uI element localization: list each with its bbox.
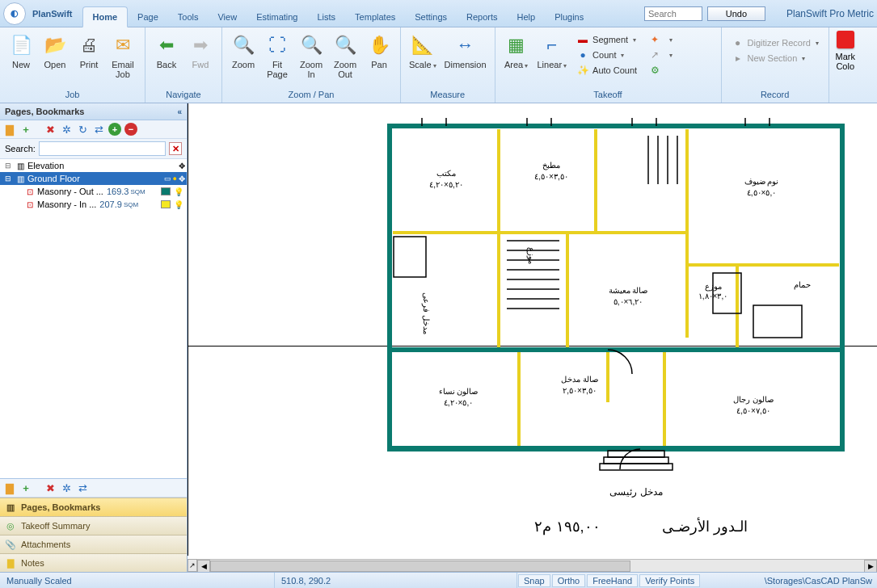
svg-text:موزع: موزع (705, 282, 722, 292)
svg-text:٥,٠×٤,٢٠: ٥,٠×٤,٢٠ (444, 398, 473, 407)
color-swatch[interactable] (161, 187, 171, 195)
single-click-button[interactable]: ✦▾ (647, 32, 674, 47)
notes-icon: ▇ (5, 557, 16, 569)
color-swatch[interactable] (161, 200, 171, 208)
tree-item-masonry-in[interactable]: ⊡ Masonry - In ... 207.9SQM 💡 (0, 198, 187, 211)
count-button[interactable]: ●Count▾ (575, 48, 639, 62)
status-scale: Manually Scaled (0, 573, 275, 588)
tab-plugins[interactable]: Plugins (545, 7, 593, 27)
expand-icon[interactable]: ⊟ (3, 174, 13, 183)
new-button[interactable]: 📄New (5, 31, 37, 71)
accordion-pages[interactable]: ▥Pages, Bookmarks (0, 498, 187, 516)
tab-tools[interactable]: Tools (168, 7, 209, 27)
scroll-left-icon[interactable]: ◀ (197, 560, 210, 573)
fit-page-button[interactable]: ⛶Fit Page (261, 31, 293, 81)
pan-button[interactable]: ✋Pan (363, 31, 395, 71)
horizontal-scrollbar[interactable]: ◀ ▶ (197, 559, 877, 572)
collapse-icon[interactable]: « (177, 107, 182, 116)
tab-reports[interactable]: Reports (457, 7, 508, 27)
back-button[interactable]: ⬅Back (150, 31, 183, 71)
tab-settings[interactable]: Settings (405, 7, 457, 27)
segment-button[interactable]: ▬Segment▾ (575, 32, 639, 47)
dimension-button[interactable]: ↔Dimension (441, 31, 490, 71)
new-icon: 📄 (8, 32, 34, 58)
crosshair-v (188, 103, 188, 556)
sidebar-header: Pages, Bookmarks « (0, 103, 187, 120)
folder-icon[interactable]: ▇ (3, 481, 16, 494)
page-tree[interactable]: ⊟ ▥ Elevation ✥ ⊟ ▥ Ground Floor ▭ ● ✥ ⊡… (0, 159, 187, 478)
ortho-toggle[interactable]: Ortho (552, 574, 586, 587)
lock-icon[interactable]: ● (173, 174, 177, 183)
sidebar-search-input[interactable] (39, 141, 166, 156)
zoom-in-button[interactable]: 🔍Zoom In (295, 31, 327, 81)
verify-toggle[interactable]: Verify Points (639, 574, 700, 587)
transfer-icon[interactable]: ⇄ (92, 123, 105, 136)
transfer-icon[interactable]: ⇄ (76, 481, 89, 494)
tree-item-ground-floor[interactable]: ⊟ ▥ Ground Floor ▭ ● ✥ (0, 172, 187, 185)
area-button[interactable]: ▦Area▾ (500, 31, 533, 72)
zoom-out-button[interactable]: 🔍Zoom Out (329, 31, 361, 81)
takeoff-extra-button[interactable]: ⚙ (647, 63, 674, 78)
scroll-thumb[interactable] (210, 561, 630, 572)
send-data-button[interactable]: ↗▾ (647, 48, 674, 62)
svg-text:صالون رجال: صالون رجال (733, 395, 774, 405)
accordion-attachments[interactable]: 📎Attachments (0, 535, 187, 553)
group-zoom-title: Zoom / Pan (227, 88, 395, 103)
refresh-icon[interactable]: ↻ (76, 123, 89, 136)
add-green-icon[interactable]: + (108, 123, 121, 136)
scale-button[interactable]: 📐Scale▾ (406, 31, 440, 72)
group-record-title: Record (727, 88, 824, 103)
svg-text:٥,٢٠×٤,٢٠: ٥,٢٠×٤,٢٠ (429, 180, 462, 189)
print-button[interactable]: 🖨Print (73, 31, 105, 71)
scroll-right-icon[interactable]: ▶ (864, 560, 877, 573)
add-icon[interactable]: + (19, 481, 32, 494)
color-swatch-icon[interactable] (837, 31, 854, 48)
expand-icon[interactable]: ⊟ (3, 162, 13, 170)
tab-templates[interactable]: Templates (345, 7, 405, 27)
fwd-button[interactable]: ➡Fwd (184, 31, 217, 71)
accordion-takeoff[interactable]: ◎Takeoff Summary (0, 516, 187, 535)
open-button[interactable]: 📂Open (39, 31, 71, 71)
canvas[interactable]: مكتب ٥,٢٠×٤,٢٠ مطبخ ٣,٥٠×٤,٥٠ نوم ضيوف ٥… (188, 103, 877, 572)
snap-toggle[interactable]: Snap (518, 574, 550, 587)
remove-red-icon[interactable]: − (124, 123, 137, 136)
tab-page[interactable]: Page (128, 7, 168, 27)
pin-icon[interactable]: ▭ (164, 174, 171, 183)
svg-text:مدخل رئيسى: مدخل رئيسى (609, 486, 662, 498)
tree-item-elevation[interactable]: ⊟ ▥ Elevation ✥ (0, 159, 187, 172)
bulb-icon[interactable]: 💡 (174, 200, 183, 209)
freehand-toggle[interactable]: FreeHand (587, 574, 638, 587)
tab-help[interactable]: Help (508, 7, 546, 27)
move-icon[interactable]: ✥ (179, 174, 185, 183)
email-job-button[interactable]: ✉Email Job (107, 31, 139, 81)
add-icon[interactable]: + (19, 123, 32, 136)
zoom-button[interactable]: 🔍Zoom (227, 31, 259, 71)
undo-button[interactable]: Undo (707, 6, 765, 21)
accordion-notes[interactable]: ▇Notes (0, 553, 187, 572)
hand-icon: ✋ (366, 32, 392, 58)
svg-text:٣,٥٠×٢,٥٠: ٣,٥٠×٢,٥٠ (563, 386, 596, 395)
move-icon[interactable]: ✥ (179, 162, 185, 170)
settings-icon[interactable]: ✲ (60, 123, 73, 136)
search-input[interactable] (644, 6, 702, 21)
app-logo-icon: ◐ (3, 2, 26, 25)
folder-icon[interactable]: ▇ (3, 123, 16, 136)
auto-count-button[interactable]: ✨Auto Count (575, 63, 639, 78)
delete-icon[interactable]: ✖ (44, 123, 57, 136)
expand-handle-icon[interactable]: ↗ (188, 559, 197, 572)
digitizer-record-button[interactable]: ●Digitizer Record▾ (730, 36, 820, 50)
tab-home[interactable]: Home (82, 6, 129, 27)
new-section-button[interactable]: ▸New Section▾ (730, 51, 820, 65)
tab-lists[interactable]: Lists (307, 7, 345, 27)
email-icon: ✉ (110, 32, 136, 58)
svg-text:مدخل فرعى: مدخل فرعى (421, 292, 431, 334)
settings-icon[interactable]: ✲ (60, 481, 73, 494)
svg-rect-37 (608, 451, 664, 457)
tree-item-masonry-out[interactable]: ⊡ Masonry - Out ... 169.3SQM 💡 (0, 185, 187, 198)
tab-estimating[interactable]: Estimating (247, 7, 307, 27)
clear-search-icon[interactable]: ✕ (169, 142, 182, 155)
tab-view[interactable]: View (208, 7, 247, 27)
bulb-icon[interactable]: 💡 (174, 187, 183, 196)
linear-button[interactable]: ⌐Linear▾ (534, 31, 571, 72)
delete-icon[interactable]: ✖ (44, 481, 57, 494)
